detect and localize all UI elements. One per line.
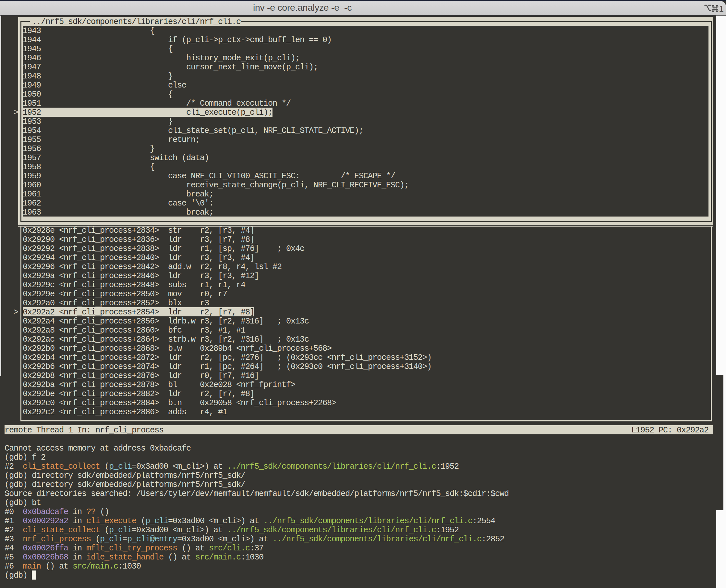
svg-text:1: 1 (719, 4, 724, 13)
